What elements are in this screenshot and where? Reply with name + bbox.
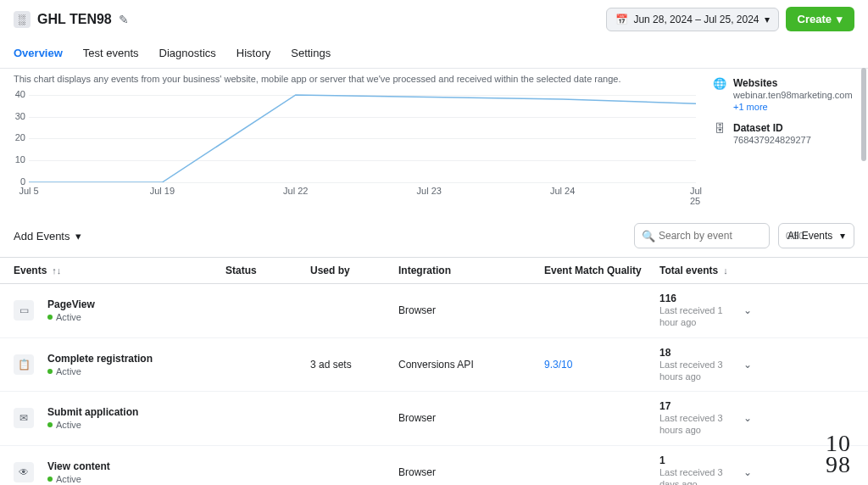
dataset-icon: ░ bbox=[14, 11, 31, 28]
tabs: OverviewTest eventsDiagnosticsHistorySet… bbox=[0, 38, 868, 69]
expand-row-icon[interactable]: ⌄ bbox=[743, 304, 752, 316]
side-column: 🌐 Websites webinar.ten98marketing.com +1… bbox=[703, 69, 868, 201]
tab-test[interactable]: Test events bbox=[83, 38, 139, 68]
event-usedby: 3 ad sets bbox=[310, 359, 398, 371]
event-status: Active bbox=[47, 474, 110, 484]
tab-settings[interactable]: Settings bbox=[291, 38, 331, 68]
col-header-emq[interactable]: Event Match Quality bbox=[544, 265, 659, 276]
event-total: 1 bbox=[659, 454, 736, 466]
add-events-button[interactable]: Add Events ▾ bbox=[14, 225, 81, 248]
create-button-label: Create bbox=[798, 13, 832, 25]
table-header: Events ↑↓ Status Used by Integration Eve… bbox=[0, 257, 868, 284]
line-chart bbox=[29, 84, 696, 182]
main-column: This chart displays any events from your… bbox=[0, 69, 703, 201]
event-last-received: Last received 3 days ago bbox=[659, 466, 736, 485]
event-status: Active bbox=[47, 312, 95, 322]
chevron-down-icon: ▾ bbox=[765, 14, 770, 25]
event-last-received: Last received 3 hours ago bbox=[659, 359, 736, 383]
table-right-controls: 🔍 0/50 All Events ▾ bbox=[634, 223, 854, 248]
tab-history[interactable]: History bbox=[236, 38, 270, 68]
event-last-received: Last received 1 hour ago bbox=[659, 304, 736, 329]
side-websites-more[interactable]: +1 more bbox=[733, 102, 853, 112]
event-emq: 9.3/10 bbox=[544, 359, 659, 371]
sort-down-icon: ↓ bbox=[723, 265, 728, 276]
search-wrap[interactable]: 🔍 0/50 bbox=[634, 223, 770, 248]
event-name: Submit application bbox=[47, 406, 138, 418]
event-total: 17 bbox=[659, 400, 736, 412]
table-row[interactable]: 👁View contentActiveBrowser1Last received… bbox=[0, 446, 868, 485]
add-events-label: Add Events bbox=[14, 230, 70, 242]
search-icon: 🔍 bbox=[642, 230, 655, 242]
event-name: Complete registration bbox=[47, 353, 153, 365]
y-tick-label: 10 bbox=[0, 154, 25, 164]
date-range-picker[interactable]: 📅 Jun 28, 2024 – Jul 25, 2024 ▾ bbox=[606, 8, 778, 31]
globe-icon: 🌐 bbox=[713, 77, 726, 112]
event-type-icon: 📋 bbox=[14, 354, 34, 375]
sort-icon: ↑↓ bbox=[52, 265, 61, 276]
x-tick-label: Jul 19 bbox=[150, 186, 175, 196]
chart-area: Jul 5Jul 19Jul 22Jul 23Jul 24Jul 25 0102… bbox=[0, 84, 703, 201]
search-input[interactable] bbox=[659, 230, 786, 242]
create-button[interactable]: Create ▾ bbox=[786, 7, 854, 31]
event-integration: Conversions API bbox=[398, 359, 544, 371]
col-header-events[interactable]: Events ↑↓ bbox=[14, 265, 225, 276]
event-type-icon: 👁 bbox=[14, 462, 34, 482]
dataset-id-icon: 🗄 bbox=[713, 122, 726, 147]
scrollbar-thumb[interactable] bbox=[861, 68, 866, 161]
x-axis: Jul 5Jul 19Jul 22Jul 23Jul 24Jul 25 bbox=[29, 186, 696, 201]
event-name: View content bbox=[47, 460, 110, 472]
event-status: Active bbox=[47, 366, 153, 376]
page-title: GHL TEN98 bbox=[37, 12, 112, 27]
col-header-integration[interactable]: Integration bbox=[398, 265, 544, 276]
header-right-controls: 📅 Jun 28, 2024 – Jul 25, 2024 ▾ Create ▾ bbox=[606, 7, 854, 31]
date-range-label: Jun 28, 2024 – Jul 25, 2024 bbox=[633, 14, 759, 25]
col-header-totals[interactable]: Total events ↓ bbox=[659, 265, 736, 276]
expand-row-icon[interactable]: ⌄ bbox=[743, 412, 752, 424]
events-filter-select[interactable]: All Events ▾ bbox=[778, 223, 854, 248]
event-type-icon: ▭ bbox=[14, 300, 34, 321]
side-dataset: 🗄 Dataset ID 768437924829277 bbox=[713, 122, 858, 147]
edit-title-icon[interactable]: ✎ bbox=[119, 13, 129, 26]
event-status: Active bbox=[47, 420, 138, 430]
tab-diagnostics[interactable]: Diagnostics bbox=[159, 38, 216, 68]
title-wrap: ░ GHL TEN98 ✎ bbox=[14, 11, 129, 28]
table-row[interactable]: ▭PageViewActiveBrowser116Last received 1… bbox=[0, 284, 868, 338]
table-body: ▭PageViewActiveBrowser116Last received 1… bbox=[0, 284, 868, 485]
brand-logo: 1098 bbox=[826, 432, 851, 475]
col-header-status[interactable]: Status bbox=[225, 265, 310, 276]
y-tick-label: 20 bbox=[0, 132, 25, 142]
tab-overview[interactable]: Overview bbox=[14, 38, 63, 68]
x-tick-label: Jul 24 bbox=[550, 186, 575, 196]
y-tick-label: 0 bbox=[0, 176, 25, 187]
y-tick-label: 40 bbox=[0, 89, 25, 99]
events-filter-label: All Events bbox=[787, 230, 832, 242]
event-integration: Browser bbox=[398, 412, 544, 424]
event-integration: Browser bbox=[398, 304, 544, 316]
side-websites: 🌐 Websites webinar.ten98marketing.com +1… bbox=[713, 77, 858, 112]
event-total: 116 bbox=[659, 293, 736, 304]
side-dataset-value: 768437924829277 bbox=[733, 134, 811, 147]
event-name: PageView bbox=[47, 298, 95, 310]
calendar-icon: 📅 bbox=[615, 14, 628, 25]
body-row: This chart displays any events from your… bbox=[0, 69, 868, 201]
table-row[interactable]: ✉Submit applicationActiveBrowser17Last r… bbox=[0, 392, 868, 446]
event-total: 18 bbox=[659, 347, 736, 359]
col-header-events-label: Events bbox=[14, 265, 47, 276]
chevron-down-icon: ▾ bbox=[75, 230, 81, 242]
chevron-down-icon: ▾ bbox=[837, 13, 843, 25]
col-header-usedby[interactable]: Used by bbox=[310, 265, 398, 276]
expand-row-icon[interactable]: ⌄ bbox=[743, 359, 752, 371]
table-controls: Add Events ▾ 🔍 0/50 All Events ▾ bbox=[0, 201, 868, 257]
event-last-received: Last received 3 hours ago bbox=[659, 412, 736, 437]
chevron-down-icon: ▾ bbox=[840, 230, 845, 242]
emq-link[interactable]: 9.3/10 bbox=[544, 359, 572, 371]
side-websites-label: Websites bbox=[733, 77, 853, 89]
x-tick-label: Jul 23 bbox=[417, 186, 442, 196]
col-header-totals-label: Total events bbox=[659, 265, 718, 276]
table-row[interactable]: 📋Complete registrationActive3 ad setsCon… bbox=[0, 338, 868, 393]
x-tick-label: Jul 5 bbox=[19, 186, 38, 196]
y-tick-label: 30 bbox=[0, 111, 25, 121]
chart-description: This chart displays any events from your… bbox=[0, 69, 703, 84]
expand-row-icon[interactable]: ⌄ bbox=[743, 466, 752, 478]
x-tick-label: Jul 25 bbox=[690, 186, 702, 206]
